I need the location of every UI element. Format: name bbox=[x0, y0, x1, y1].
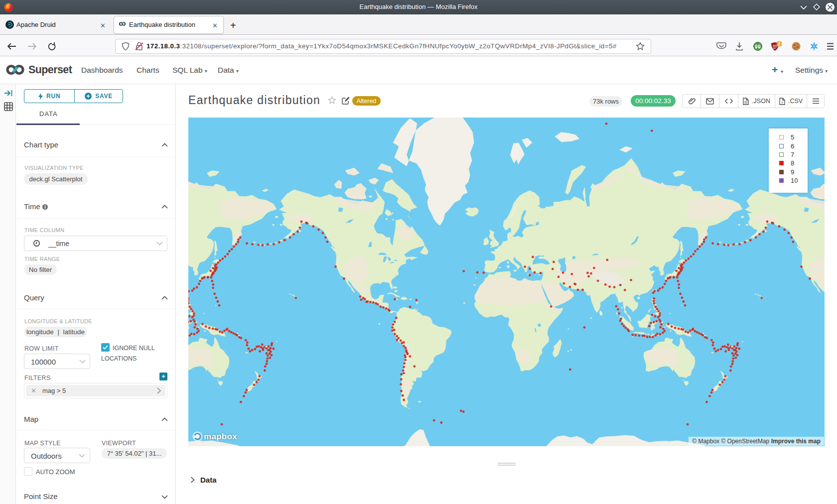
svg-text:x: x bbox=[781, 101, 783, 104]
svg-text:2: 2 bbox=[778, 41, 781, 46]
